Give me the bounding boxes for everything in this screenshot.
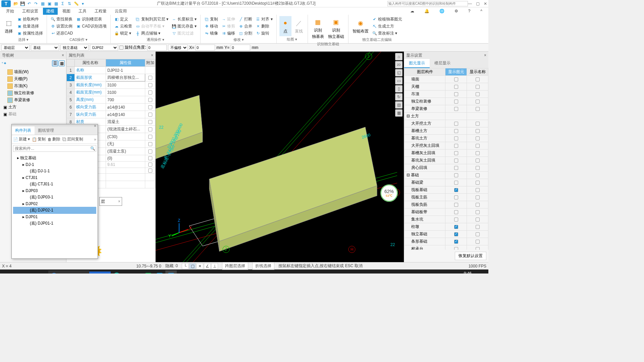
recognize-table-button[interactable]: ▦识别独基表 (311, 16, 325, 41)
tab-member-list[interactable]: 构件列表 (12, 126, 35, 135)
recognize-foundation-button[interactable]: ▣识别独立基础 (327, 16, 345, 41)
minimize-icon[interactable]: — (468, 1, 472, 6)
cortana-icon[interactable]: ○ (20, 270, 28, 274)
offset-mode-select[interactable]: 不偏移 (168, 45, 188, 51)
show-name-checkbox[interactable] (476, 159, 480, 163)
close-icon[interactable]: × (118, 199, 120, 204)
show-element-checkbox[interactable] (454, 210, 458, 214)
list-view-icon[interactable]: ☰ (52, 60, 58, 66)
gtj-task[interactable]: T (165, 270, 177, 274)
length-dim-button[interactable]: ↔长度标注 ▾ (171, 16, 198, 22)
bell-icon[interactable]: 🔔 (421, 8, 433, 14)
align-button[interactable]: ☰对齐 ▾ (255, 16, 273, 22)
wps-icon[interactable]: S (143, 270, 154, 274)
lock-button[interactable]: 🔒锁定 ▾ (113, 30, 133, 37)
show-name-checkbox[interactable] (476, 218, 480, 222)
show-element-checkbox[interactable] (454, 247, 458, 250)
copy-button[interactable]: 📋复制 (32, 136, 46, 142)
member-search-input[interactable] (13, 145, 89, 152)
show-element-checkbox[interactable] (454, 129, 458, 133)
show-name-checkbox[interactable] (476, 240, 480, 244)
break-button[interactable]: ╱打断 (237, 16, 253, 22)
show-name-checkbox[interactable] (476, 92, 480, 96)
app-logo[interactable]: T (1, 0, 11, 7)
floor-select[interactable]: 基础层 (1, 45, 30, 51)
menu-project-settings[interactable]: 工程设置 (19, 8, 42, 15)
floor-mini-panel[interactable]: 层 × (99, 197, 122, 206)
tab-floor-display[interactable]: 楼层显示 (430, 59, 455, 68)
start-button[interactable]: ⊞ (1, 270, 10, 274)
check-dimension-button[interactable]: 🔍查改标注 ▾ (371, 30, 403, 37)
close-icon[interactable]: ✕ (484, 1, 487, 6)
taskbar-clock[interactable]: 9:46 2020/8/27 (459, 271, 477, 274)
pick-member-button[interactable]: ▣拾取构件 (16, 16, 44, 22)
cloud-check-button[interactable]: ☁云检查 (113, 23, 133, 29)
show-name-checkbox[interactable] (476, 151, 480, 155)
polyline-select[interactable]: 折线选择 (252, 262, 274, 270)
disp-row[interactable]: 基槽土方 (405, 127, 445, 135)
offset-button[interactable]: ⇉偏移 (220, 30, 236, 37)
show-element-checkbox[interactable] (454, 166, 458, 170)
select-by-prop-button[interactable]: ▣按属性选择 (16, 30, 44, 37)
show-name-checkbox[interactable] (476, 181, 480, 185)
restore-default-button[interactable]: 恢复默认设置 (455, 252, 486, 260)
menu-view[interactable]: 视图 (59, 8, 74, 15)
disp-row[interactable]: 大开挖灰土回填 (405, 142, 445, 149)
view-2d-icon[interactable]: 2D (395, 61, 402, 68)
3d-viewport[interactable]: X Y Z J H J H 22 22 2600 DJP02,300/400 B… (156, 52, 404, 262)
menu-start[interactable]: 开始 (3, 8, 17, 15)
qat-icon[interactable]: Σ (60, 1, 65, 6)
show-name-checkbox[interactable] (476, 173, 480, 177)
verify-elements-button[interactable]: ✔校核独基图元 (371, 16, 403, 22)
delete-button[interactable]: 🗑删除 (48, 136, 60, 142)
show-name-checkbox[interactable] (476, 144, 480, 148)
disp-row[interactable]: 基坑土方 (405, 135, 445, 142)
copy-button[interactable]: ⿻复制 (203, 16, 219, 22)
search-icon[interactable]: 🔍 (10, 270, 20, 274)
tray-ime[interactable]: 中 (452, 273, 456, 274)
panel-close-icon[interactable]: × (151, 53, 153, 58)
explorer-icon[interactable]: 📁 (123, 270, 133, 274)
disp-row[interactable]: 基础板带 (405, 208, 445, 216)
show-element-checkbox[interactable] (454, 85, 458, 89)
show-element-checkbox[interactable] (454, 240, 458, 244)
disp-row[interactable]: 吊顶 (405, 90, 445, 98)
close-icon[interactable]: × (94, 124, 96, 128)
generate-earthwork-button[interactable]: ⛏生成土方 (371, 23, 403, 29)
disp-group[interactable]: ⊟ 土方 (405, 113, 445, 120)
view-side-icon[interactable]: ▯ (395, 85, 402, 93)
qat-save-icon[interactable]: 💾 (20, 1, 25, 6)
disp-row[interactable]: 单梁装修 (405, 105, 445, 113)
tree-group-earthwork[interactable]: ▣土方 (1, 104, 65, 111)
show-name-checkbox[interactable] (476, 247, 480, 250)
disp-row[interactable]: 基坑灰土回填 (405, 157, 445, 164)
gear-icon[interactable]: ⚙ (451, 8, 462, 14)
batch-select-button[interactable]: ▣批量选择 (16, 23, 44, 29)
maximize-icon[interactable]: ▢ (476, 1, 480, 6)
member-tree-item[interactable]: ▸ DJP01 (13, 214, 96, 220)
disp-row[interactable]: 独立基础 (405, 231, 445, 238)
menu-tools[interactable]: 工具 (75, 8, 90, 15)
show-name-checkbox[interactable] (476, 203, 480, 207)
two-point-axis-button[interactable]: ╫两点辅轴 ▾ (135, 30, 169, 37)
show-element-checkbox[interactable] (454, 92, 458, 96)
select-button[interactable]: ⬚选择 (3, 16, 15, 37)
tree-item-wall[interactable]: 墙面(W) (1, 68, 65, 75)
category-select[interactable]: 基础 (31, 45, 59, 51)
rotate-checkbox[interactable] (119, 46, 123, 50)
snap-ortho-icon[interactable]: ▢ (189, 263, 196, 269)
qat-icon[interactable]: ▩ (54, 1, 58, 6)
disp-row[interactable]: 筏板基础 (405, 186, 445, 194)
show-element-checkbox[interactable] (454, 232, 458, 236)
show-name-checkbox[interactable] (476, 136, 480, 140)
line-button[interactable]: ／直线 (293, 16, 305, 36)
disp-row[interactable]: 墙面 (405, 76, 445, 83)
disp-row[interactable]: 基础梁 (405, 179, 445, 186)
snap-endpoint-icon[interactable]: └ (182, 263, 189, 269)
show-element-checkbox[interactable] (454, 159, 458, 163)
disp-row[interactable]: 独立柱装修 (405, 98, 445, 105)
restore-cad-button[interactable]: ↩还原CAD (50, 30, 74, 37)
cad-icon[interactable] (154, 270, 165, 274)
define-button[interactable]: ◧定义 (113, 16, 133, 22)
x-input[interactable] (196, 45, 215, 51)
